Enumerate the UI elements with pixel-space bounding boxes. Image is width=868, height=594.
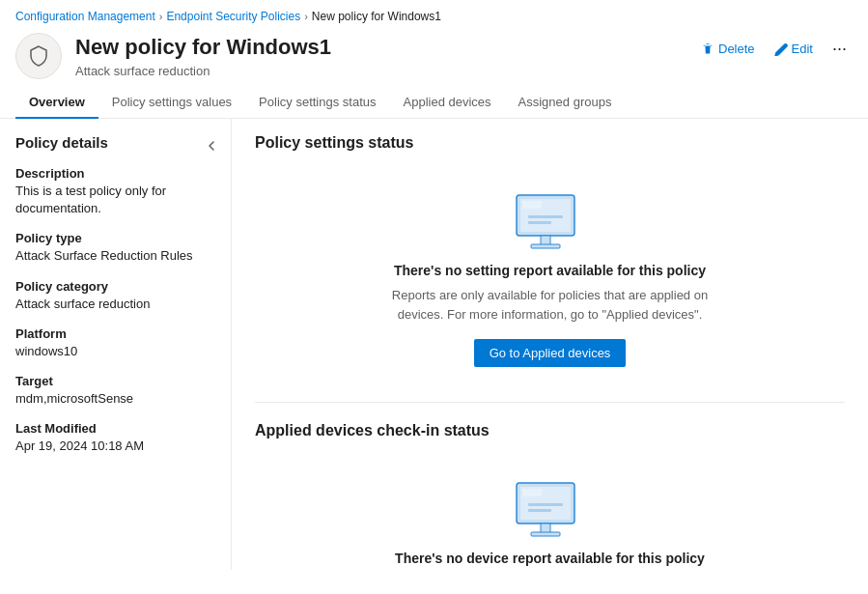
last-modified-label: Last Modified [15,421,215,436]
description-label: Description [15,166,215,181]
detail-target: Target mdm,microsoftSense [15,374,215,408]
sidebar: Policy details Description This is a tes… [0,119,232,570]
platform-value: windows10 [15,343,215,360]
tab-policy-settings-status[interactable]: Policy settings status [245,87,389,119]
section1-empty-title: There's no setting report available for … [394,263,706,278]
policy-type-label: Policy type [15,231,215,245]
policy-category-label: Policy category [15,279,215,294]
section1-title: Policy settings status [255,134,845,152]
chevron-left-icon [206,140,217,152]
edit-icon [774,42,788,56]
breadcrumb: Configuration Management › Endpoint Secu… [0,0,868,29]
svg-rect-10 [531,532,560,536]
svg-rect-11 [522,489,542,496]
svg-rect-6 [528,221,551,224]
section-divider [255,402,845,403]
page-header: New policy for Windows1 Attack surface r… [0,29,868,87]
breadcrumb-item-3: New policy for Windows1 [312,10,441,23]
content-area: Policy settings status There's no s [232,119,868,570]
header-actions: Delete Edit ··· [695,37,853,61]
detail-platform: Platform windows10 [15,326,215,360]
section2-empty-state: There's no device report available for t… [255,459,845,570]
platform-label: Platform [15,326,215,341]
tab-overview[interactable]: Overview [15,87,98,119]
edit-label: Edit [792,42,813,56]
edit-button[interactable]: Edit [769,38,819,60]
sidebar-title: Policy details [15,134,215,151]
section1-empty-state: There's no setting report available for … [255,171,845,394]
delete-label: Delete [718,42,755,56]
breadcrumb-item-2[interactable]: Endpoint Security Policies [166,10,300,23]
svg-rect-13 [528,509,551,512]
delete-button[interactable]: Delete [695,38,761,60]
tab-policy-settings-values[interactable]: Policy settings values [98,87,245,119]
shield-icon [27,44,50,68]
tab-applied-devices[interactable]: Applied devices [390,87,505,119]
monitor-icon-1 [507,190,594,263]
detail-description: Description This is a test policy only f… [15,166,215,217]
tab-bar: Overview Policy settings values Policy s… [0,87,868,119]
go-to-applied-devices-button[interactable]: Go to Applied devices [474,339,627,367]
detail-last-modified: Last Modified Apr 19, 2024 10:18 AM [15,421,215,455]
policy-category-value: Attack surface reduction [15,296,215,313]
svg-rect-12 [528,503,563,506]
breadcrumb-item-1[interactable]: Configuration Management [15,10,155,23]
last-modified-value: Apr 19, 2024 10:18 AM [15,438,215,455]
svg-rect-4 [522,201,542,209]
section2-title: Applied devices check-in status [255,422,845,439]
trash-icon [701,42,714,56]
target-label: Target [15,374,215,388]
detail-policy-type: Policy type Attack Surface Reduction Rul… [15,231,215,265]
sidebar-collapse-button[interactable] [200,134,223,157]
breadcrumb-sep-1: › [159,11,163,22]
more-button[interactable]: ··· [826,37,853,61]
svg-rect-5 [528,215,563,218]
monitor-icon-2 [507,478,594,551]
description-value: This is a test policy only for documenta… [15,183,215,217]
policy-icon-container [15,33,62,79]
target-value: mdm,microsoftSense [15,390,215,408]
monitor-illustration-1 [507,190,594,263]
page-subtitle: Attack surface reduction [75,64,853,78]
tab-assigned-groups[interactable]: Assigned groups [505,87,626,119]
section2-empty-title: There's no device report available for t… [395,551,705,566]
policy-type-value: Attack Surface Reduction Rules [15,247,215,265]
svg-rect-3 [531,244,560,248]
section1-empty-desc: Reports are only available for policies … [377,286,724,324]
main-layout: Policy details Description This is a tes… [0,119,868,570]
monitor-illustration-2 [507,478,594,551]
breadcrumb-sep-2: › [304,11,308,22]
detail-policy-category: Policy category Attack surface reduction [15,279,215,313]
